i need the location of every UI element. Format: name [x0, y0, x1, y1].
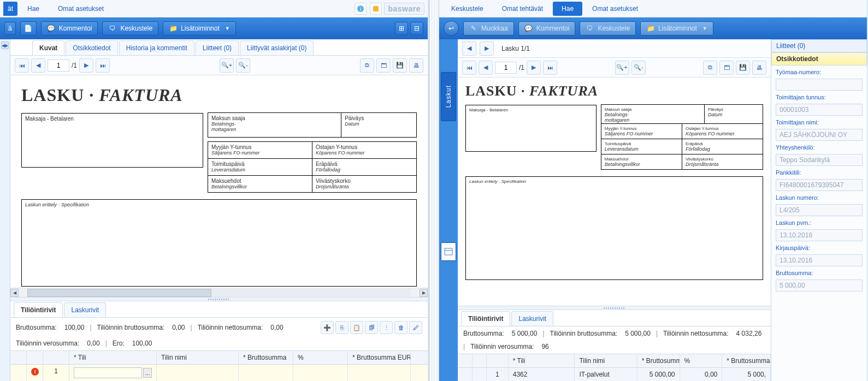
sidebar-icon-vertical[interactable] [441, 242, 456, 261]
tool-1-icon[interactable]: ⧉ [360, 58, 374, 73]
sp-liitteet-header[interactable]: Liitteet (0) [771, 39, 867, 52]
splitter-h-right[interactable] [458, 306, 771, 310]
field-value[interactable]: 13.10.2016 [776, 254, 863, 266]
back-circle-button[interactable]: ↩ [444, 21, 459, 36]
col-brutto-eur-r[interactable]: * Bruttosumma EU [722, 354, 771, 367]
lower-tab-tilio-r[interactable]: Tiliöintirivit [461, 311, 510, 326]
page-input[interactable] [48, 59, 69, 72]
menu-keskustele[interactable]: Keskustele [442, 2, 492, 16]
scroll-thumb[interactable] [27, 289, 211, 297]
field-value[interactable]: 5 000,00 [776, 279, 863, 291]
tab-liitteet[interactable]: Liitteet (0) [196, 40, 239, 55]
kommentoi-button[interactable]: 💬Kommentoi [41, 21, 98, 35]
tili-input[interactable] [74, 367, 142, 378]
menu-omat-asetukset-r[interactable]: Omat asetukset [583, 2, 647, 16]
tab-otsikkotiedot[interactable]: Otsikkotiedot [66, 40, 117, 55]
lower-tab-lasku[interactable]: Laskurivit [64, 302, 106, 317]
muokkaa-button[interactable]: ✎Muokkaa [463, 21, 514, 35]
first-page-icon[interactable]: ⏮ [15, 58, 29, 73]
keskustele-button[interactable]: 🗨Keskustele [102, 21, 158, 35]
next-record-icon[interactable]: ▶ [480, 41, 494, 56]
tab-liittyvat[interactable]: Liittyvät asiakirjat (0) [240, 40, 314, 55]
col-pct[interactable]: % [293, 351, 348, 364]
last-page-icon-r[interactable]: ⏭ [543, 61, 557, 75]
pane-divider[interactable] [429, 0, 439, 381]
keskustele-button-r[interactable]: 🗨Keskustele [580, 21, 636, 35]
zoom-out-icon[interactable]: 🔍- [236, 58, 250, 73]
col-tilin-nimi-r[interactable]: Tilin nimi [575, 354, 637, 367]
zoom-out-icon-r[interactable]: 🔍- [631, 61, 646, 75]
row-action-7-icon[interactable]: 🖉 [409, 321, 422, 334]
prev-page-icon-r[interactable]: ◀ [479, 61, 493, 75]
field-value[interactable] [776, 79, 863, 91]
document-viewer-left[interactable]: LASKU · FAKTURA Maksaja - Betalaren Maks… [10, 75, 428, 288]
tab-historia[interactable]: Historia ja kommentit [119, 40, 194, 55]
row-action-3-icon[interactable]: 📋 [350, 321, 363, 334]
lisatoiminnot-button[interactable]: 📁Lisätoiminnot▼ [163, 21, 236, 35]
prev-record-icon[interactable]: ◀ [462, 41, 476, 56]
chat-icon: 🗨 [586, 24, 594, 33]
menu-omat-tehtavat[interactable]: Omat tehtävät [493, 2, 552, 16]
col-brutto[interactable]: * Bruttosumma [239, 351, 293, 364]
field-label: Työmaa-numero: [776, 69, 863, 75]
lisatoiminnot-button-r[interactable]: 📁Lisätoiminnot▼ [640, 21, 713, 35]
next-page-icon[interactable]: ▶ [79, 58, 93, 73]
field-value[interactable]: Teppo Sodankylä [776, 154, 863, 166]
lookup-button[interactable]: … [143, 368, 152, 378]
layout-button-2[interactable]: ⊟ [410, 22, 423, 35]
grid-row[interactable]: ! 1 … [10, 365, 428, 381]
svg-text:i: i [360, 6, 361, 12]
settings-icon[interactable] [370, 3, 382, 15]
layout-button-1[interactable]: ⊞ [395, 22, 408, 35]
menu-hae[interactable]: Hae [19, 2, 48, 16]
row-action-6-icon[interactable]: 🗑 [394, 321, 408, 334]
menu-fragment[interactable]: ät [3, 2, 17, 16]
tool-4-icon-r[interactable]: 🖶 [752, 61, 766, 75]
col-brutto-r[interactable]: * Bruttosumma [637, 354, 680, 367]
col-tili[interactable]: * Tili [69, 351, 157, 364]
next-page-icon-r[interactable]: ▶ [527, 61, 541, 75]
tool-2-icon-r[interactable]: 🗔 [719, 61, 734, 75]
col-brutto-eur[interactable]: * Bruttosumma EUR [348, 351, 411, 364]
tool-4-icon[interactable]: 🖶 [409, 58, 423, 73]
grid-row-r[interactable]: 1 4362 IT-palvelut 5 000,00 0,00 5 000, [458, 368, 771, 381]
tool-2-icon[interactable]: 🗔 [376, 58, 391, 73]
info-icon[interactable]: i [355, 3, 367, 15]
sidebar-toggle-icon[interactable]: ◀▶ [1, 41, 9, 49]
document-viewer-right[interactable]: LASKU · FAKTURA Maksaja - Betalaren Maks… [458, 78, 771, 306]
first-page-icon-r[interactable]: ⏮ [462, 61, 476, 75]
page-input-r[interactable] [495, 62, 517, 74]
field-value[interactable]: 13.10.2016 [776, 229, 863, 241]
field-value[interactable]: FI6480001679395047 [776, 179, 863, 191]
zoom-in-icon[interactable]: 🔍+ [220, 58, 234, 73]
last-page-icon[interactable]: ⏭ [96, 58, 110, 73]
tool-3-icon[interactable]: 💾 [393, 58, 407, 73]
laskut-tab-vertical[interactable]: Laskut [441, 72, 456, 121]
field-value[interactable]: AEJ SÄHKÖJOUNI OY [776, 129, 863, 141]
row-action-4-icon[interactable]: 🗐 [365, 321, 378, 334]
lower-tab-lasku-r[interactable]: Laskurivit [511, 311, 553, 326]
frag-button[interactable]: ä [4, 22, 16, 35]
icon-button-1[interactable]: 📄 [20, 21, 37, 35]
splitter-h-left[interactable] [10, 297, 428, 301]
sp-otsikko-header[interactable]: Otsikkotiedot [771, 52, 867, 66]
zoom-in-icon-r[interactable]: 🔍+ [615, 61, 629, 75]
row-action-2-icon[interactable]: ⎘ [335, 321, 349, 334]
doc-paivays-r: PäiväysDatum [705, 104, 763, 124]
h-scrollbar-left[interactable]: ◀▶ [10, 288, 428, 297]
menu-hae-r[interactable]: Hae [553, 2, 582, 16]
row-action-5-icon[interactable]: ⋮ [380, 321, 393, 334]
field-value[interactable]: 00001003 [776, 104, 863, 116]
col-pct-r[interactable]: % [680, 354, 723, 367]
row-action-1-icon[interactable]: ➕ [321, 321, 334, 334]
lower-tab-tilio[interactable]: Tiliöintirivit [14, 302, 63, 317]
col-tilin-nimi[interactable]: Tilin nimi [157, 351, 239, 364]
field-value[interactable]: L4/205 [776, 204, 863, 216]
prev-page-icon[interactable]: ◀ [31, 58, 45, 73]
tool-3-icon-r[interactable]: 💾 [736, 61, 750, 75]
col-tili-r[interactable]: * Tili [509, 354, 575, 367]
tab-kuvat[interactable]: Kuvat [32, 40, 64, 55]
kommentoi-button-r[interactable]: 💬Kommentoi [518, 21, 576, 35]
tool-1-icon-r[interactable]: ⧉ [703, 61, 717, 75]
menu-omat-asetukset[interactable]: Omat asetukset [49, 2, 113, 16]
